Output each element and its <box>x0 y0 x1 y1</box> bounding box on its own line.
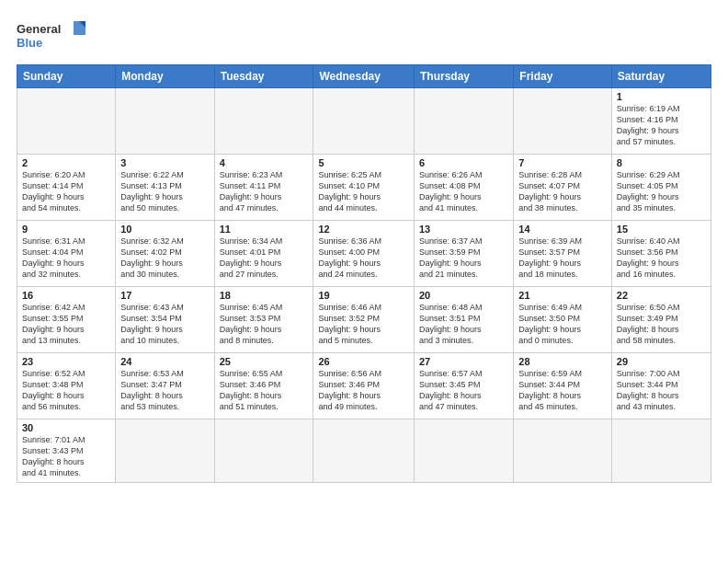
day-info: Sunrise: 6:25 AM Sunset: 4:10 PM Dayligh… <box>318 169 409 214</box>
day-number: 7 <box>518 157 607 168</box>
day-number: 14 <box>518 224 607 235</box>
calendar-cell: 10Sunrise: 6:32 AM Sunset: 4:02 PM Dayli… <box>116 221 214 287</box>
day-number: 25 <box>220 356 309 367</box>
calendar-cell <box>415 419 514 483</box>
calendar-cell: 5Sunrise: 6:25 AM Sunset: 4:10 PM Daylig… <box>313 155 415 221</box>
weekday-header-saturday: Saturday <box>611 65 711 88</box>
day-number: 8 <box>617 157 706 168</box>
day-info: Sunrise: 6:19 AM Sunset: 4:16 PM Dayligh… <box>617 103 706 148</box>
calendar-cell: 21Sunrise: 6:49 AM Sunset: 3:50 PM Dayli… <box>514 287 612 353</box>
calendar-cell: 13Sunrise: 6:37 AM Sunset: 3:59 PM Dayli… <box>415 221 514 287</box>
calendar-cell: 25Sunrise: 6:55 AM Sunset: 3:46 PM Dayli… <box>214 353 313 419</box>
calendar-cell: 18Sunrise: 6:45 AM Sunset: 3:53 PM Dayli… <box>214 287 313 353</box>
day-info: Sunrise: 6:29 AM Sunset: 4:05 PM Dayligh… <box>617 169 706 214</box>
calendar-cell <box>415 88 514 155</box>
calendar-cell: 8Sunrise: 6:29 AM Sunset: 4:05 PM Daylig… <box>611 155 711 221</box>
calendar-cell: 19Sunrise: 6:46 AM Sunset: 3:52 PM Dayli… <box>313 287 415 353</box>
day-info: Sunrise: 6:43 AM Sunset: 3:54 PM Dayligh… <box>120 302 209 347</box>
calendar-cell: 7Sunrise: 6:28 AM Sunset: 4:07 PM Daylig… <box>514 155 612 221</box>
day-number: 26 <box>318 356 409 367</box>
weekday-header-sunday: Sunday <box>17 65 116 88</box>
calendar-cell: 1Sunrise: 6:19 AM Sunset: 4:16 PM Daylig… <box>611 88 711 155</box>
calendar-cell: 26Sunrise: 6:56 AM Sunset: 3:46 PM Dayli… <box>313 353 415 419</box>
calendar-cell: 14Sunrise: 6:39 AM Sunset: 3:57 PM Dayli… <box>514 221 612 287</box>
day-info: Sunrise: 6:48 AM Sunset: 3:51 PM Dayligh… <box>419 302 508 347</box>
day-info: Sunrise: 6:34 AM Sunset: 4:01 PM Dayligh… <box>220 236 309 281</box>
day-number: 13 <box>419 224 508 235</box>
day-number: 12 <box>318 224 409 235</box>
calendar-week-row: 16Sunrise: 6:42 AM Sunset: 3:55 PM Dayli… <box>17 287 711 353</box>
day-number: 1 <box>617 91 706 102</box>
calendar-cell <box>214 88 313 155</box>
day-number: 10 <box>120 224 209 235</box>
calendar-cell <box>313 88 415 155</box>
day-info: Sunrise: 6:31 AM Sunset: 4:04 PM Dayligh… <box>22 236 110 281</box>
day-info: Sunrise: 6:50 AM Sunset: 3:49 PM Dayligh… <box>617 302 706 347</box>
calendar-cell: 17Sunrise: 6:43 AM Sunset: 3:54 PM Dayli… <box>116 287 214 353</box>
day-info: Sunrise: 6:52 AM Sunset: 3:48 PM Dayligh… <box>22 368 110 413</box>
logo-icon: General Blue <box>17 17 90 57</box>
day-number: 22 <box>617 290 706 301</box>
day-info: Sunrise: 6:20 AM Sunset: 4:14 PM Dayligh… <box>22 169 110 214</box>
weekday-header-tuesday: Tuesday <box>214 65 313 88</box>
calendar-cell: 6Sunrise: 6:26 AM Sunset: 4:08 PM Daylig… <box>415 155 514 221</box>
calendar-cell: 16Sunrise: 6:42 AM Sunset: 3:55 PM Dayli… <box>17 287 116 353</box>
calendar-cell: 12Sunrise: 6:36 AM Sunset: 4:00 PM Dayli… <box>313 221 415 287</box>
calendar-cell: 15Sunrise: 6:40 AM Sunset: 3:56 PM Dayli… <box>611 221 711 287</box>
weekday-header-monday: Monday <box>116 65 214 88</box>
day-number: 28 <box>518 356 607 367</box>
day-info: Sunrise: 6:55 AM Sunset: 3:46 PM Dayligh… <box>220 368 309 413</box>
header: General Blue <box>17 17 711 57</box>
calendar-cell <box>514 88 612 155</box>
day-number: 30 <box>22 422 110 433</box>
day-info: Sunrise: 6:32 AM Sunset: 4:02 PM Dayligh… <box>120 236 209 281</box>
calendar-cell: 29Sunrise: 7:00 AM Sunset: 3:44 PM Dayli… <box>611 353 711 419</box>
day-number: 5 <box>318 157 409 168</box>
day-number: 6 <box>419 157 508 168</box>
day-number: 18 <box>220 290 309 301</box>
day-info: Sunrise: 6:45 AM Sunset: 3:53 PM Dayligh… <box>220 302 309 347</box>
day-info: Sunrise: 6:22 AM Sunset: 4:13 PM Dayligh… <box>120 169 209 214</box>
weekday-header-friday: Friday <box>514 65 612 88</box>
day-info: Sunrise: 7:00 AM Sunset: 3:44 PM Dayligh… <box>617 368 706 413</box>
day-number: 2 <box>22 157 110 168</box>
day-info: Sunrise: 6:28 AM Sunset: 4:07 PM Dayligh… <box>518 169 607 214</box>
day-number: 16 <box>22 290 110 301</box>
calendar-cell: 22Sunrise: 6:50 AM Sunset: 3:49 PM Dayli… <box>611 287 711 353</box>
day-info: Sunrise: 6:59 AM Sunset: 3:44 PM Dayligh… <box>518 368 607 413</box>
calendar-table: SundayMondayTuesdayWednesdayThursdayFrid… <box>17 64 711 483</box>
day-number: 21 <box>518 290 607 301</box>
day-number: 27 <box>419 356 508 367</box>
day-info: Sunrise: 7:01 AM Sunset: 3:43 PM Dayligh… <box>22 434 110 479</box>
calendar-week-row: 30Sunrise: 7:01 AM Sunset: 3:43 PM Dayli… <box>17 419 711 483</box>
day-info: Sunrise: 6:36 AM Sunset: 4:00 PM Dayligh… <box>318 236 409 281</box>
svg-text:General: General <box>17 22 61 36</box>
day-number: 19 <box>318 290 409 301</box>
calendar-cell <box>313 419 415 483</box>
day-number: 11 <box>220 224 309 235</box>
day-number: 3 <box>120 157 209 168</box>
calendar-week-row: 9Sunrise: 6:31 AM Sunset: 4:04 PM Daylig… <box>17 221 711 287</box>
calendar-cell: 20Sunrise: 6:48 AM Sunset: 3:51 PM Dayli… <box>415 287 514 353</box>
calendar-cell: 24Sunrise: 6:53 AM Sunset: 3:47 PM Dayli… <box>116 353 214 419</box>
calendar-cell: 27Sunrise: 6:57 AM Sunset: 3:45 PM Dayli… <box>415 353 514 419</box>
calendar-week-row: 1Sunrise: 6:19 AM Sunset: 4:16 PM Daylig… <box>17 88 711 155</box>
calendar-cell <box>611 419 711 483</box>
day-info: Sunrise: 6:40 AM Sunset: 3:56 PM Dayligh… <box>617 236 706 281</box>
calendar-cell: 9Sunrise: 6:31 AM Sunset: 4:04 PM Daylig… <box>17 221 116 287</box>
weekday-header-row: SundayMondayTuesdayWednesdayThursdayFrid… <box>17 65 711 88</box>
day-info: Sunrise: 6:46 AM Sunset: 3:52 PM Dayligh… <box>318 302 409 347</box>
weekday-header-thursday: Thursday <box>415 65 514 88</box>
day-info: Sunrise: 6:42 AM Sunset: 3:55 PM Dayligh… <box>22 302 110 347</box>
calendar-cell <box>116 88 214 155</box>
calendar-cell: 23Sunrise: 6:52 AM Sunset: 3:48 PM Dayli… <box>17 353 116 419</box>
day-info: Sunrise: 6:37 AM Sunset: 3:59 PM Dayligh… <box>419 236 508 281</box>
weekday-header-wednesday: Wednesday <box>313 65 415 88</box>
day-info: Sunrise: 6:23 AM Sunset: 4:11 PM Dayligh… <box>220 169 309 214</box>
calendar-cell: 11Sunrise: 6:34 AM Sunset: 4:01 PM Dayli… <box>214 221 313 287</box>
day-info: Sunrise: 6:39 AM Sunset: 3:57 PM Dayligh… <box>518 236 607 281</box>
day-number: 17 <box>120 290 209 301</box>
day-number: 23 <box>22 356 110 367</box>
calendar-cell <box>116 419 214 483</box>
calendar-cell: 28Sunrise: 6:59 AM Sunset: 3:44 PM Dayli… <box>514 353 612 419</box>
